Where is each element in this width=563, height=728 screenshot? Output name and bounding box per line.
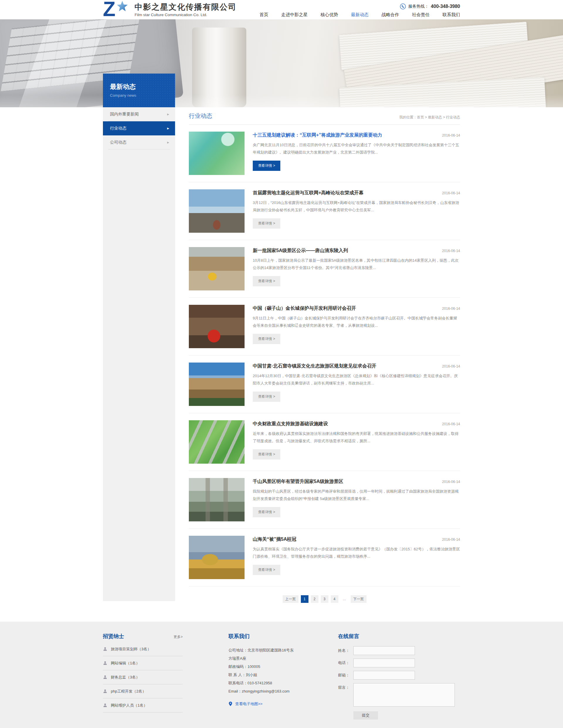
service-hotline: 服务热线：400-348-3980 bbox=[400, 3, 460, 10]
name-field[interactable] bbox=[353, 646, 415, 655]
page-title: 行业动态 bbox=[189, 112, 212, 120]
news-thumbnail[interactable] bbox=[189, 305, 244, 348]
nav-item[interactable]: 走进中影之星 bbox=[281, 12, 308, 19]
view-details-button[interactable]: 查看详情 > bbox=[253, 565, 280, 575]
sidebar-item-label: 行业动态 bbox=[110, 126, 126, 131]
phone-label: 电话： bbox=[338, 659, 353, 667]
news-thumbnail[interactable] bbox=[189, 247, 244, 290]
job-item[interactable]: 网站维护人员（1名） bbox=[103, 698, 183, 712]
news-thumbnail[interactable] bbox=[189, 132, 244, 175]
sidebar-item[interactable]: 国内外重要新闻 ▶ bbox=[103, 107, 175, 121]
sidebar-header: 最新动态 Company news bbox=[103, 74, 175, 107]
sidebar-item-label: 公司动态 bbox=[110, 140, 126, 145]
pagination: 上一页 1 2 3 4 … 下一页 bbox=[189, 595, 460, 603]
news-title[interactable]: 中央财政重点支持旅游基础设施建设 bbox=[253, 421, 328, 427]
company-logo[interactable]: Z 中影之星文化传播有限公司 Film star Culture Communi… bbox=[103, 1, 236, 18]
pagination-item[interactable]: … bbox=[341, 595, 348, 603]
news-excerpt: 我院规划的千山风景区，经过各级专家的严格评审和层层筛选，仅用一年时间，就顺利通过… bbox=[253, 488, 460, 503]
contact-lines: 公司地址：北京市朝阳区建国路16号东 方瑞景A座 邮政编码：100005 联 系… bbox=[228, 646, 314, 695]
news-item: 新一批国家5A级景区公示——唐山清东陵入列 2016-06-14 10月8日上午… bbox=[189, 240, 460, 298]
news-excerpt: 9月11日上午，中国（碾子山）金长城保护与开发利用研讨会于在齐齐哈尔市碾子山区召… bbox=[253, 314, 460, 329]
news-title[interactable]: 千山风景区明年有望晋升国家5A级旅游景区 bbox=[253, 479, 343, 485]
news-date: 2016-06-14 bbox=[442, 480, 460, 484]
news-title[interactable]: 山海关“被”摘5A桂冠 bbox=[253, 536, 296, 542]
site-header: Z 中影之星文化传播有限公司 Film star Culture Communi… bbox=[0, 0, 563, 19]
contact-line: 联系电话：010-57412958 bbox=[228, 679, 314, 687]
news-thumbnail[interactable] bbox=[189, 536, 244, 579]
person-icon bbox=[103, 647, 107, 651]
more-link[interactable]: 更多> bbox=[173, 635, 183, 639]
message-field[interactable] bbox=[353, 683, 455, 707]
news-date: 2016-06-14 bbox=[442, 191, 460, 195]
news-item: 中央财政重点支持旅游基础设施建设 2016-06-14 近年来，各级政府认真贯彻… bbox=[189, 413, 460, 471]
job-list: 旅游项目策划师（3名） 网站编辑（1名） 财务总监（3名） php工程开发（2名… bbox=[103, 642, 183, 712]
view-details-button[interactable]: 查看详情 > bbox=[253, 392, 280, 402]
pagination-item[interactable]: 下一页 bbox=[351, 595, 367, 603]
message-label: 留言： bbox=[338, 683, 353, 692]
news-date: 2016-06-14 bbox=[442, 538, 460, 542]
page-footer: 招贤纳士 更多> 旅游项目策划师（3名） 网站编辑（1名） 财务总监（3名） p… bbox=[0, 622, 563, 728]
view-details-button[interactable]: 查看详情 > bbox=[253, 449, 280, 460]
news-thumbnail[interactable] bbox=[189, 478, 244, 521]
news-title[interactable]: 首届露营地主题化运营与互联网+高峰论坛在荣成开幕 bbox=[253, 190, 363, 196]
pagination-item[interactable]: 上一页 bbox=[283, 595, 299, 603]
view-details-button[interactable]: 查看详情 > bbox=[253, 218, 280, 229]
job-item[interactable]: 网站编辑（1名） bbox=[103, 656, 183, 670]
job-item[interactable]: 财务总监（3名） bbox=[103, 670, 183, 684]
sidebar-item[interactable]: 行业动态 ▶ bbox=[103, 121, 175, 135]
job-label: 网站编辑（1名） bbox=[111, 661, 139, 666]
news-item: 山海关“被”摘5A桂冠 2016-06-14 为认真贯彻落实《国务院办公厅关于进… bbox=[189, 529, 460, 586]
email-field[interactable] bbox=[353, 671, 415, 680]
hotline-label: 服务热线： bbox=[408, 4, 429, 9]
nav-item[interactable]: 社会责任 bbox=[412, 12, 430, 19]
sidebar-item[interactable]: 公司动态 ▶ bbox=[103, 135, 175, 149]
map-link-label: 查看电子地图>> bbox=[235, 701, 262, 707]
nav-item[interactable]: 核心优势 bbox=[321, 12, 338, 19]
job-label: php工程开发（2名） bbox=[111, 689, 146, 694]
message-column: 在线留言 姓名： 电话： 邮箱： 留言： 提交 bbox=[338, 633, 460, 720]
contact-line: 方瑞景A座 bbox=[228, 654, 314, 663]
breadcrumb[interactable]: 我的位置：首页 > 最新动态 > 行业动态 bbox=[399, 115, 460, 120]
news-thumbnail[interactable] bbox=[189, 363, 244, 406]
news-title[interactable]: 中国甘肃·北石窟寺镇原文化生态旅游区规划意见征求会召开 bbox=[253, 363, 376, 369]
news-item: 千山风景区明年有望晋升国家5A级旅游景区 2016-06-14 我院规划的千山风… bbox=[189, 471, 460, 529]
nav-item[interactable]: 战略合作 bbox=[382, 12, 399, 19]
contact-line: 联 系 人：刘小姐 bbox=[228, 671, 314, 679]
news-excerpt: 为认真贯彻落实《国务院办公厅关于进一步促进旅游投资和消费的若干意见》（国办发〔2… bbox=[253, 545, 460, 560]
news-title[interactable]: 中国（碾子山）金长城保护与开发利用研讨会召开 bbox=[253, 305, 356, 312]
news-item: 中国甘肃·北石窟寺镇原文化生态旅游区规划意见征求会召开 2016-06-14 2… bbox=[189, 356, 460, 413]
hotline-number: 400-348-3980 bbox=[431, 4, 460, 9]
job-item[interactable]: 旅游项目策划师（3名） bbox=[103, 642, 183, 656]
pagination-item[interactable]: 3 bbox=[321, 595, 329, 603]
main-section: 最新动态 Company news 国内外重要新闻 ▶ 行业动态 ▶ 公司动态 … bbox=[0, 107, 563, 603]
news-thumbnail[interactable] bbox=[189, 189, 244, 233]
job-item[interactable]: php工程开发（2名） bbox=[103, 684, 183, 698]
sidebar-item-label: 国内外重要新闻 bbox=[110, 112, 139, 117]
news-excerpt: 近年来，各级政府认真贯彻落实旅游法等法律法规和国务院的有关部署，统筹推进旅游基础… bbox=[253, 430, 460, 445]
pagination-item[interactable]: 1 bbox=[301, 595, 309, 603]
nav-item[interactable]: 联系我们 bbox=[443, 12, 460, 19]
view-details-button[interactable]: 查看详情 > bbox=[253, 507, 280, 517]
recruit-column: 招贤纳士 更多> 旅游项目策划师（3名） 网站编辑（1名） 财务总监（3名） p… bbox=[103, 633, 183, 712]
view-details-button[interactable]: 查看详情 > bbox=[253, 334, 280, 344]
email-label: 邮箱： bbox=[338, 671, 353, 680]
contact-title: 联系我们 bbox=[228, 633, 314, 640]
contact-line: Email：zhongyingzhixing@163.com bbox=[228, 687, 314, 695]
nav-item[interactable]: 首页 bbox=[259, 12, 268, 19]
news-title[interactable]: 新一批国家5A级景区公示——唐山清东陵入列 bbox=[253, 248, 348, 254]
news-title[interactable]: 十三五规划建议解读：“互联网+”将成旅游产业发展的重要动力 bbox=[253, 132, 382, 138]
pagination-item[interactable]: 2 bbox=[311, 595, 319, 603]
news-excerpt: 3月12日，“2016山东省露营地主题化运营与互联网+高峰论坛”在荣成开幕，国家… bbox=[253, 199, 460, 214]
submit-button[interactable]: 提交 bbox=[353, 711, 378, 720]
news-excerpt: 10月8日上午，国家旅游局公示了最新一批国家5A级旅游景区名单，其中包括江津四面… bbox=[253, 257, 460, 272]
view-details-button[interactable]: 查看详情 > bbox=[253, 276, 280, 286]
news-thumbnail[interactable] bbox=[189, 420, 244, 464]
recruit-title: 招贤纳士 bbox=[103, 633, 124, 640]
company-name-cn: 中影之星文化传播有限公司 bbox=[135, 2, 236, 12]
nav-item[interactable]: 最新动态 bbox=[351, 12, 369, 19]
pagination-item[interactable]: 4 bbox=[331, 595, 339, 603]
map-link[interactable]: 查看电子地图>> bbox=[228, 701, 314, 707]
phone-field[interactable] bbox=[353, 659, 415, 667]
sidebar-title: 最新动态 bbox=[110, 82, 175, 91]
view-details-button[interactable]: 查看详情 > bbox=[253, 161, 280, 171]
